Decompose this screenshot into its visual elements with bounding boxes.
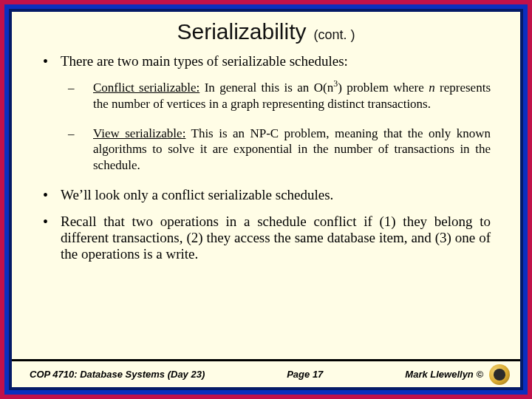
- footer: COP 4710: Database Systems (Day 23) Page…: [12, 359, 520, 387]
- bullet-look: We’ll look only a conflict serializable …: [41, 187, 491, 203]
- sub-bullet-view: View serializable: This is an NP-C probl…: [61, 126, 491, 174]
- bullet-recall-text: Recall that two operations in a schedule…: [61, 214, 491, 262]
- sub-bullet-list: Conflict serializable: In general this i…: [61, 80, 491, 174]
- slide-title-suffix: (cont. ): [314, 27, 355, 42]
- bullet-list: There are two main types of serializable…: [41, 53, 491, 262]
- conflict-pre: In general this is an O(n: [200, 81, 333, 95]
- conflict-label: Conflict serializable:: [93, 81, 200, 95]
- frame-inner: Serializability (cont. ) There are two m…: [9, 9, 523, 390]
- bullet-intro: There are two main types of serializable…: [41, 53, 491, 174]
- bullet-recall: Recall that two operations in a schedule…: [41, 214, 491, 262]
- title-area: Serializability (cont. ): [12, 12, 520, 49]
- frame-outer: Serializability (cont. ) There are two m…: [0, 0, 532, 399]
- sub-bullet-conflict: Conflict serializable: In general this i…: [61, 80, 491, 112]
- view-label: View serializable:: [93, 126, 185, 140]
- slide: Serializability (cont. ) There are two m…: [12, 12, 520, 387]
- bullet-look-text: We’ll look only a conflict serializable …: [61, 187, 333, 202]
- conflict-post: ) problem where: [338, 81, 429, 95]
- bullet-intro-text: There are two main types of serializable…: [61, 53, 348, 69]
- footer-page: Page 17: [205, 369, 405, 380]
- frame-mid: Serializability (cont. ) There are two m…: [4, 4, 528, 395]
- slide-title: Serializability: [177, 19, 306, 44]
- conflict-n: n: [429, 81, 435, 95]
- ucf-logo-icon: [489, 364, 510, 385]
- slide-body: There are two main types of serializable…: [12, 49, 520, 359]
- footer-course: COP 4710: Database Systems (Day 23): [30, 369, 205, 380]
- footer-author: Mark Llewellyn ©: [405, 369, 483, 380]
